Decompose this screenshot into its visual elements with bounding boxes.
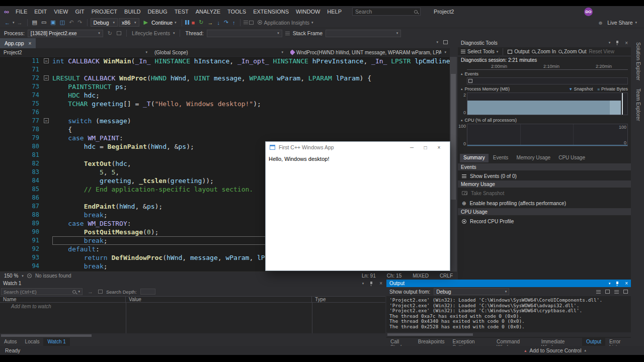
cpu-chart[interactable]: 100 0 — [467, 124, 628, 146]
code-line-74[interactable]: 74 HDC hdc; — [0, 91, 450, 100]
redo-icon[interactable]: ↷ — [76, 19, 84, 26]
chevron-down-icon[interactable]: ▾ — [13, 21, 15, 25]
panel-tab-watch-1[interactable]: Watch 1 — [43, 338, 69, 346]
fold-collapse-icon[interactable]: − — [44, 75, 49, 80]
continue-button[interactable]: ▶ Continue ▾ — [140, 19, 179, 26]
diag-tab-memory-usage[interactable]: Memory Usage — [513, 154, 554, 162]
watch-column-value[interactable]: Value — [126, 297, 312, 302]
watch-panel-header[interactable]: Watch 1 ▾ × — [0, 280, 385, 287]
panel-tab-call-stack[interactable]: Call Stack — [386, 338, 414, 346]
menu-analyze[interactable]: ANALYZE — [192, 7, 224, 16]
code-line-75[interactable]: 75 TCHAR greeting[] = _T("Hello, Windows… — [0, 100, 450, 108]
step-out-icon[interactable]: ↑ — [231, 20, 237, 26]
code-line-77[interactable]: 77− switch (message) — [0, 117, 450, 125]
menu-window[interactable]: WINDOW — [292, 7, 324, 16]
close-button[interactable]: × — [432, 145, 446, 150]
output-button[interactable]: Output — [508, 49, 529, 54]
quick-launch-search[interactable] — [352, 8, 421, 16]
live-share-button[interactable]: ☻ Live Share ▾ — [596, 20, 637, 26]
panel-tab-command-window[interactable]: Command Window — [493, 338, 537, 346]
undo-icon[interactable]: ↶ — [67, 19, 75, 26]
search-next-icon[interactable]: → — [86, 289, 95, 295]
fold-collapse-icon[interactable]: − — [44, 118, 49, 123]
thread-dropdown[interactable]: ▾ — [207, 30, 282, 37]
chevron-down-icon[interactable]: ▾ — [362, 282, 364, 286]
menu-build[interactable]: BUILD — [121, 7, 144, 16]
scope-dropdown[interactable]: (Global Scope) ▾ — [151, 48, 287, 56]
process-dropdown[interactable]: [13628] Project2.exe▾ — [28, 30, 103, 37]
flag-threads-icon[interactable] — [285, 32, 290, 35]
scrollbar-thumb[interactable] — [451, 74, 456, 200]
code-line-78[interactable]: 78 { — [0, 125, 450, 134]
break-all-icon[interactable] — [185, 20, 189, 25]
timeline-ruler[interactable]: 2:00min2:10min2:20min — [467, 63, 628, 70]
watch-search-input[interactable] — [4, 289, 70, 295]
take-snapshot-button[interactable]: Take Snapshot — [462, 189, 628, 197]
zoom-out-button[interactable]: Zoom Out — [558, 49, 586, 54]
close-icon[interactable]: × — [625, 40, 628, 46]
zoom-in-button[interactable]: Zoom In — [532, 49, 556, 54]
output-horizontal-scrollbar[interactable] — [386, 332, 631, 337]
output-panel-header[interactable]: Output ▾ × — [386, 280, 631, 287]
menu-debug[interactable]: DEBUG — [144, 7, 171, 16]
code-line-73[interactable]: 73 PAINTSTRUCT ps; — [0, 82, 450, 91]
close-icon[interactable]: × — [29, 41, 32, 46]
pin-icon[interactable] — [615, 40, 620, 45]
code-line-71[interactable]: 71 — [0, 65, 450, 74]
save-icon[interactable]: ▣ — [49, 19, 57, 26]
project-dropdown[interactable]: Project2 ▾ — [0, 48, 151, 56]
application-insights-dropdown[interactable]: Application Insights ▾ — [258, 20, 313, 26]
tab-app-cpp[interactable]: App.cpp × — [0, 38, 36, 48]
lifecycle-events-dropdown[interactable]: Lifecycle Events — [132, 30, 170, 36]
maximize-button[interactable]: □ — [419, 145, 432, 150]
restart-icon[interactable]: ↻ — [197, 19, 205, 26]
diag-tab-cpu-usage[interactable]: CPU Usage — [555, 154, 589, 162]
navigate-forward-icon[interactable]: → — [16, 20, 24, 26]
word-wrap-icon[interactable] — [614, 290, 619, 294]
column-separator[interactable] — [312, 303, 312, 333]
diagnostic-tools-header[interactable]: Diagnostic Tools ▾ × — [458, 38, 631, 47]
watch-rows[interactable]: Add item to watch — [0, 303, 385, 333]
toggle-autoscroll-icon[interactable] — [623, 290, 628, 294]
chevron-down-icon[interactable]: ▾ — [22, 274, 24, 278]
fold-collapse-icon[interactable]: − — [44, 58, 49, 63]
chevron-down-icon[interactable]: ▾ — [609, 282, 611, 286]
editor-vertical-scrollbar[interactable] — [450, 57, 457, 272]
output-window-icon[interactable] — [244, 21, 248, 24]
new-file-icon[interactable]: ▤ — [31, 19, 39, 26]
edge-tab-team-explorer[interactable]: Team Explorer — [635, 88, 641, 121]
cpu-section-header[interactable]: ▴ CPU (% of all processors) — [461, 118, 628, 123]
encoding-indicator[interactable]: MIXED — [413, 273, 429, 279]
search-options-icon[interactable] — [98, 290, 103, 294]
chevron-down-icon[interactable]: ▾ — [78, 290, 80, 294]
document-list-icon[interactable]: ▾ — [436, 40, 438, 44]
clear-all-icon[interactable] — [605, 290, 610, 294]
memory-section-header[interactable]: ▴ Process Memory (MB) ▼ Snapshot ■ Priva… — [461, 86, 628, 92]
code-line-76[interactable]: 76 — [0, 108, 450, 117]
menu-extensions[interactable]: EXTENSIONS — [250, 7, 292, 16]
menu-tools[interactable]: TOOLS — [224, 7, 250, 16]
float-window-icon[interactable] — [443, 40, 448, 44]
menu-project[interactable]: PROJECT — [88, 7, 121, 16]
panel-tab-locals[interactable]: Locals — [21, 338, 44, 346]
menu-view[interactable]: VIEW — [50, 7, 71, 16]
code-line-72[interactable]: 72−LRESULT CALLBACK WndProc(HWND hWnd, U… — [0, 74, 450, 82]
app-window-titlebar[interactable]: First C++ Windows App ─ □ × — [266, 142, 450, 153]
member-dropdown[interactable]: WndProc(HWND hWnd, UINT message, WPARAM … — [287, 48, 450, 56]
close-icon[interactable]: × — [379, 281, 382, 286]
edge-tab-solution-explorer[interactable]: Solution Explorer — [635, 42, 641, 80]
menu-file[interactable]: FILE — [12, 7, 31, 16]
event-marker[interactable] — [468, 79, 472, 83]
events-section-header[interactable]: ▴ Events — [461, 71, 628, 76]
step-into-icon[interactable]: ↓ — [215, 20, 221, 26]
panel-tab-immediate-window[interactable]: Immediate Window — [537, 338, 582, 346]
platform-dropdown[interactable]: x86▾ — [119, 18, 139, 27]
close-icon[interactable]: × — [625, 281, 628, 286]
stop-debugging-icon[interactable]: ■ — [190, 20, 197, 26]
panel-tab-exception-settings[interactable]: Exception Settings — [449, 338, 493, 346]
stack-frame-dropdown[interactable]: ▾ — [326, 30, 401, 37]
scrollbar-thumb[interactable] — [387, 333, 473, 336]
code-line-11[interactable]: 11−int CALLBACK WinMain(_In_ HINSTANCE h… — [0, 57, 450, 65]
diag-tab-events[interactable]: Events — [490, 154, 512, 162]
panel-tab-autos[interactable]: Autos — [0, 338, 21, 346]
